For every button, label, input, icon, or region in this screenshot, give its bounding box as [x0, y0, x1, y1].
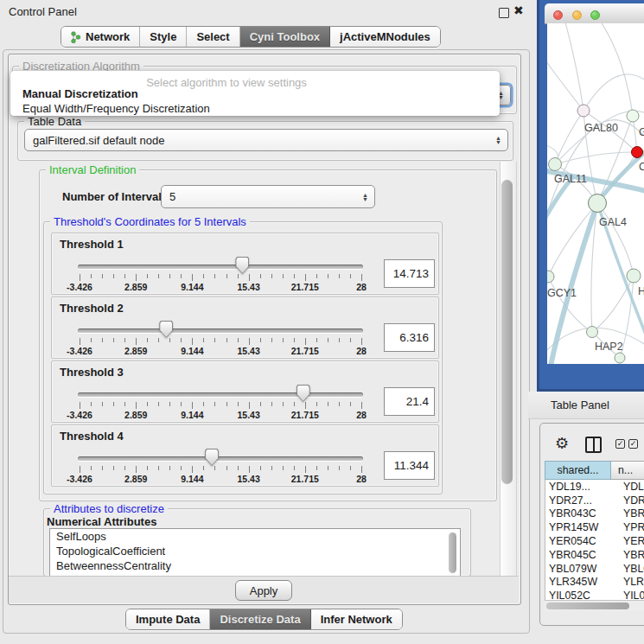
split-columns-icon[interactable]	[585, 437, 602, 453]
network-node-label[interactable]: GCY1	[547, 287, 577, 299]
numerical-attributes-list[interactable]: SelfLoopsTopologicalCoefficientBetweenne…	[49, 528, 461, 577]
checkbox-icon[interactable]: ✓	[628, 439, 638, 449]
network-node-label[interactable]: GAL80	[584, 122, 618, 134]
float-panel-icon[interactable]	[499, 8, 509, 18]
thumb-face	[236, 258, 248, 273]
network-edge	[555, 111, 583, 164]
network-thick-edge	[551, 203, 597, 364]
network-thick-edge	[547, 179, 571, 220]
dropdown-item-manual-discretization[interactable]: Manual Discretization	[12, 87, 149, 100]
slider-thumb[interactable]	[296, 385, 310, 402]
list-item-topologicalcoefficient[interactable]: TopologicalCoefficient	[50, 544, 460, 558]
slider-tick	[147, 402, 148, 406]
network-node[interactable]	[589, 194, 607, 213]
network-node[interactable]	[632, 147, 643, 158]
network-view-canvas[interactable]: GAL80GACGAL11GAL4GCY1HHAP2	[547, 23, 644, 364]
network-node[interactable]	[549, 158, 562, 171]
slider-tick	[203, 338, 204, 342]
column-header-shared[interactable]: shared...	[545, 461, 611, 480]
network-node[interactable]	[627, 110, 639, 122]
table-row[interactable]: YBL079WYBL0	[545, 562, 644, 576]
threshold-value-field[interactable]: 6.316	[384, 323, 435, 352]
slider-tick	[328, 466, 328, 470]
network-node-label[interactable]: C	[639, 161, 644, 173]
network-node-label[interactable]: HAP2	[595, 341, 623, 353]
apply-button[interactable]: Apply	[235, 580, 292, 601]
settings-gear-icon[interactable]: ⚙	[555, 434, 569, 453]
table-hscrollbar-thumb[interactable]	[546, 603, 629, 609]
list-item-selfloops[interactable]: SelfLoops	[50, 529, 460, 544]
slider-thumb[interactable]	[205, 449, 219, 466]
table-row[interactable]: YBR045CYBR0	[545, 548, 644, 562]
slider-track[interactable]	[78, 392, 363, 397]
network-node[interactable]	[627, 269, 641, 283]
threshold-value-field[interactable]: 14.713	[384, 259, 435, 288]
threshold-value-field[interactable]: 21.4	[384, 387, 435, 416]
slider-tick	[294, 338, 295, 342]
network-window-titlebar[interactable]	[545, 3, 644, 24]
slider-tick	[203, 402, 204, 406]
tab-label: Cyni Toolbox	[250, 30, 320, 43]
slider-tick	[192, 338, 193, 345]
combo-arrows-icon: ▲▼	[495, 136, 501, 144]
tab-infer-network[interactable]: Infer Network	[311, 609, 402, 629]
threshold-value-field[interactable]: 11.344	[384, 451, 435, 480]
zoom-light[interactable]	[590, 10, 600, 20]
table-row[interactable]: YBR043CYBR0	[545, 507, 644, 521]
network-node-label[interactable]: GA	[639, 126, 644, 138]
cell-shared-name: YDL19...	[545, 481, 615, 493]
network-node-label[interactable]: GAL11	[554, 173, 587, 185]
slider-track[interactable]	[78, 265, 363, 269]
number-of-intervals-spinner[interactable]: 5 ▲▼	[161, 185, 375, 208]
slider-tick	[181, 466, 182, 470]
network-graph: GAL80GACGAL11GAL4GCY1HHAP2	[547, 23, 644, 364]
checkbox-icon[interactable]: ✓	[615, 439, 625, 449]
spinner-arrows-icon: ▲▼	[362, 193, 368, 201]
threshold-panel-1: Threshold 1-3.4262.8599.14415.4321.71528…	[51, 233, 439, 295]
slider-tick	[136, 402, 137, 409]
column-header-name[interactable]: n...	[611, 461, 644, 480]
network-node[interactable]	[615, 353, 625, 363]
table-row[interactable]: YER054CYER0	[545, 534, 644, 548]
slider-tick	[214, 466, 215, 470]
list-item-betweennesscentrality[interactable]: BetweennessCentrality	[50, 558, 460, 573]
thresholds-group: Threshold's Coordinates for 5 Intervals …	[43, 221, 443, 494]
tab-style[interactable]: Style	[140, 27, 187, 47]
slider-track[interactable]	[78, 456, 363, 461]
network-node[interactable]	[577, 105, 590, 117]
table-hscrollbar-track[interactable]	[545, 600, 644, 611]
slider-thumb[interactable]	[159, 321, 173, 338]
cell-name: YER0	[615, 535, 644, 547]
tab-impute-data[interactable]: Impute Data	[126, 609, 210, 629]
slider-tick	[294, 274, 295, 278]
network-node-label[interactable]: GAL4	[599, 216, 627, 228]
dropdown-item-equal-width[interactable]: Equal Width/Frequency Discretization	[12, 102, 220, 115]
table-data-combo[interactable]: galFiltered.sif default node ▲▼	[24, 129, 508, 151]
tab-jactivemnodules[interactable]: jActiveMNodules	[330, 27, 440, 47]
main-scrollbar-thumb[interactable]	[501, 180, 513, 484]
tab-select[interactable]: Select	[187, 27, 239, 47]
network-node-label[interactable]: H	[638, 285, 644, 297]
tab-label: Infer Network	[321, 613, 392, 626]
table-row[interactable]: YDL19...YDL1	[545, 480, 644, 494]
slider-tick	[361, 466, 362, 473]
cell-name: YBR0	[615, 549, 644, 561]
table-row[interactable]: YPR145WYPR1	[545, 520, 644, 534]
table-row[interactable]: YLR345WYLR3	[545, 576, 644, 590]
network-node[interactable]	[587, 327, 598, 338]
slider-track[interactable]	[78, 328, 363, 333]
slider-thumb[interactable]	[235, 257, 249, 274]
tab-discretize-data[interactable]: Discretize Data	[210, 609, 310, 629]
close-panel-icon[interactable]: ✖	[513, 3, 524, 17]
table-row[interactable]: YDR27...YDR2	[545, 494, 644, 507]
attributes-scrollbar-thumb[interactable]	[449, 532, 456, 573]
tab-cyni-toolbox[interactable]: Cyni Toolbox	[240, 27, 330, 47]
slider-tick	[238, 274, 239, 278]
slider-tick	[113, 402, 114, 406]
slider-scale-label: 2.859	[124, 346, 147, 356]
network-node[interactable]	[547, 271, 554, 283]
close-light[interactable]	[553, 10, 563, 20]
tab-network[interactable]: Network	[61, 27, 140, 47]
cell-shared-name: YDR27...	[545, 494, 615, 507]
minimize-light[interactable]	[572, 10, 582, 20]
